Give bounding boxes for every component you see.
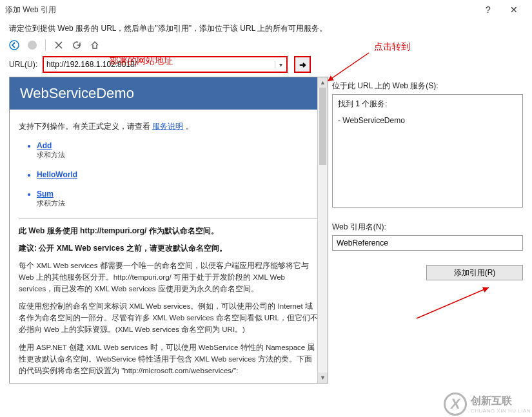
intro-prefix: 支持下列操作。有关正式定义，请查看 [19,122,150,131]
watermark-logo-icon: X [444,393,467,416]
watermark-sub: CHUANG XIN HU LIAN [471,408,531,414]
vertical-scrollbar[interactable]: ▲ ▼ [317,77,328,383]
operation-item: HelloWorld [37,170,319,179]
home-icon[interactable] [90,40,100,50]
paragraph-3: 使用 ASP.NET 创建 XML Web services 时，可以使用 We… [19,342,319,376]
operation-list: Add 求和方法 HelloWorld Sum 求积方法 [19,141,319,208]
service-header: WebServiceDemo [10,77,328,110]
scroll-up-icon[interactable]: ▲ [318,77,328,88]
title-bar: 添加 Web 引用 ? ✕ [0,0,532,19]
namespace-line: 此 Web 服务使用 http://tempuri.org/ 作为默认命名空间。 [19,226,319,237]
scroll-thumb[interactable] [319,88,326,165]
close-button[interactable]: ✕ [501,5,527,15]
operation-link-add[interactable]: Add [37,141,319,150]
instruction-text: 请定位到提供 Web 服务的 URL，然后单击"添加引用"，添加位于该 URL … [0,19,532,38]
services-label: 位于此 URL 上的 Web 服务(S): [332,77,523,92]
back-icon[interactable] [9,40,19,50]
found-count: 找到 1 个服务: [338,99,517,110]
refresh-icon[interactable] [72,40,82,50]
go-button[interactable]: ➜ [294,56,311,73]
url-label: URL(U): [9,60,37,69]
watermark: X 创新互联 CHUANG XIN HU LIAN [444,393,531,416]
refname-label: Web 引用名(N): [332,218,523,233]
service-intro: 支持下列操作。有关正式定义，请查看 服务说明 。 [19,121,319,132]
operation-desc: 求积方法 [37,199,65,207]
annotation-click-go: 点击转到 [374,41,410,53]
operation-link-sum[interactable]: Sum [37,189,319,199]
found-item[interactable]: - WebServiceDemo [338,116,517,125]
go-arrow-icon: ➜ [299,60,306,70]
forward-icon [27,40,37,50]
chevron-down-icon[interactable]: ▾ [275,61,286,68]
svg-point-0 [10,41,19,50]
services-list[interactable]: 找到 1 个服务: - WebServiceDemo [332,94,523,208]
operation-link-helloworld[interactable]: HelloWorld [37,170,319,179]
toolbar-separator [45,39,46,51]
refname-input[interactable] [332,235,523,251]
svg-point-1 [28,41,37,50]
divider [19,218,319,219]
window-title: 添加 Web 引用 [5,5,475,15]
service-description-link[interactable]: 服务说明 [152,122,183,131]
operation-desc: 求和方法 [37,151,65,159]
url-row: URL(U): ▾ ➜ [0,52,532,77]
help-button[interactable]: ? [475,5,501,15]
add-reference-button[interactable]: 添加引用(R) [426,265,523,280]
annotation-deploy-address: 部署的网站地址 [110,55,173,67]
stop-icon[interactable] [54,40,64,50]
watermark-brand: 创新互联 [471,394,531,408]
toolbar [0,38,532,52]
right-pane: 位于此 URL 上的 Web 服务(S): 找到 1 个服务: - WebSer… [332,77,523,383]
paragraph-1: 每个 XML Web services 都需要一个唯一的命名空间，以便客户端应用… [19,260,319,295]
operation-item: Sum 求积方法 [37,189,319,208]
paragraph-2: 应使用您控制的命名空间来标识 XML Web services。例如，可以使用公… [19,301,319,335]
scroll-down-icon[interactable]: ▼ [318,373,328,383]
service-preview-pane: WebServiceDemo 支持下列操作。有关正式定义，请查看 服务说明 。 … [9,77,328,383]
intro-suffix: 。 [186,122,193,131]
recommend-line: 建议: 公开 XML Web services 之前，请更改默认命名空间。 [19,243,319,254]
operation-item: Add 求和方法 [37,141,319,160]
